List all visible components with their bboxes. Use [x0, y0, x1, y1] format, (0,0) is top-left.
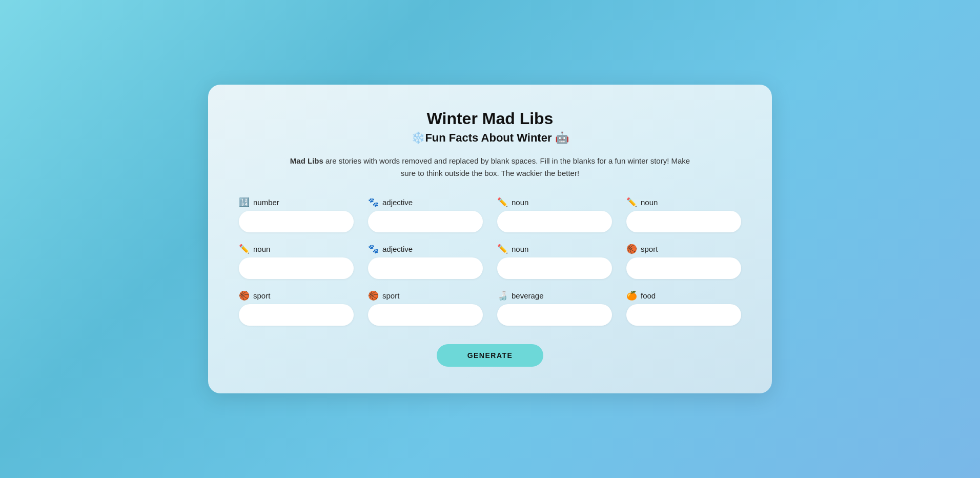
fields-grid: 🔢number🐾adjective✏️noun✏️noun✏️noun🐾adje…: [239, 198, 741, 326]
sport2-input[interactable]: [239, 304, 354, 326]
mad-libs-bold: Mad Libs: [290, 156, 323, 165]
adjective2-label-text: adjective: [382, 245, 413, 253]
field-group-noun2: ✏️noun: [626, 198, 741, 232]
adjective1-input[interactable]: [368, 211, 483, 232]
food-input[interactable]: [626, 304, 741, 326]
field-label-food: 🍊food: [626, 291, 741, 300]
adjective1-label-text: adjective: [382, 198, 413, 207]
field-group-adjective2: 🐾adjective: [368, 245, 483, 279]
noun3-input[interactable]: [239, 257, 354, 279]
description-text: are stories with words removed and repla…: [325, 156, 690, 177]
page-title: Winter Mad Libs: [239, 109, 741, 128]
noun2-label-text: noun: [641, 198, 658, 207]
noun4-label-text: noun: [512, 245, 528, 253]
field-group-noun3: ✏️noun: [239, 245, 354, 279]
sport1-input[interactable]: [626, 257, 741, 279]
field-group-food: 🍊food: [626, 291, 741, 326]
sport2-label-text: sport: [253, 291, 270, 300]
noun1-icon: ✏️: [497, 198, 508, 207]
field-label-noun1: ✏️noun: [497, 198, 612, 207]
field-label-beverage: 🍶beverage: [497, 291, 612, 300]
number-input[interactable]: [239, 211, 354, 232]
field-group-noun1: ✏️noun: [497, 198, 612, 232]
adjective2-icon: 🐾: [368, 245, 379, 253]
field-label-sport1: 🏀sport: [626, 245, 741, 253]
number-icon: 🔢: [239, 198, 250, 207]
sport2-icon: 🏀: [239, 291, 250, 300]
page-description: Mad Libs are stories with words removed …: [285, 155, 695, 180]
field-label-noun3: ✏️noun: [239, 245, 354, 253]
field-group-beverage: 🍶beverage: [497, 291, 612, 326]
field-label-adjective2: 🐾adjective: [368, 245, 483, 253]
field-label-sport2: 🏀sport: [239, 291, 354, 300]
noun3-label-text: noun: [253, 245, 270, 253]
number-label-text: number: [253, 198, 279, 207]
field-label-noun2: ✏️noun: [626, 198, 741, 207]
field-label-sport3: 🏀sport: [368, 291, 483, 300]
main-card: Winter Mad Libs ❄️Fun Facts About Winter…: [208, 85, 772, 393]
field-group-number: 🔢number: [239, 198, 354, 232]
food-label-text: food: [641, 291, 656, 300]
generate-button[interactable]: GENERATE: [437, 344, 544, 367]
field-group-sport3: 🏀sport: [368, 291, 483, 326]
sport1-label-text: sport: [641, 245, 658, 253]
beverage-label-text: beverage: [512, 291, 544, 300]
sport3-input[interactable]: [368, 304, 483, 326]
noun4-icon: ✏️: [497, 245, 508, 253]
sport1-icon: 🏀: [626, 245, 637, 253]
page-subtitle: ❄️Fun Facts About Winter 🤖: [239, 131, 741, 145]
field-group-noun4: ✏️noun: [497, 245, 612, 279]
noun3-icon: ✏️: [239, 245, 250, 253]
field-group-sport1: 🏀sport: [626, 245, 741, 279]
noun1-label-text: noun: [512, 198, 528, 207]
adjective2-input[interactable]: [368, 257, 483, 279]
adjective1-icon: 🐾: [368, 198, 379, 207]
food-icon: 🍊: [626, 291, 637, 300]
field-group-sport2: 🏀sport: [239, 291, 354, 326]
field-label-adjective1: 🐾adjective: [368, 198, 483, 207]
field-group-adjective1: 🐾adjective: [368, 198, 483, 232]
generate-button-wrapper: GENERATE: [239, 344, 741, 367]
sport3-label-text: sport: [382, 291, 399, 300]
noun4-input[interactable]: [497, 257, 612, 279]
field-label-number: 🔢number: [239, 198, 354, 207]
sport3-icon: 🏀: [368, 291, 379, 300]
noun2-icon: ✏️: [626, 198, 637, 207]
noun1-input[interactable]: [497, 211, 612, 232]
beverage-input[interactable]: [497, 304, 612, 326]
noun2-input[interactable]: [626, 211, 741, 232]
beverage-icon: 🍶: [497, 291, 508, 300]
field-label-noun4: ✏️noun: [497, 245, 612, 253]
